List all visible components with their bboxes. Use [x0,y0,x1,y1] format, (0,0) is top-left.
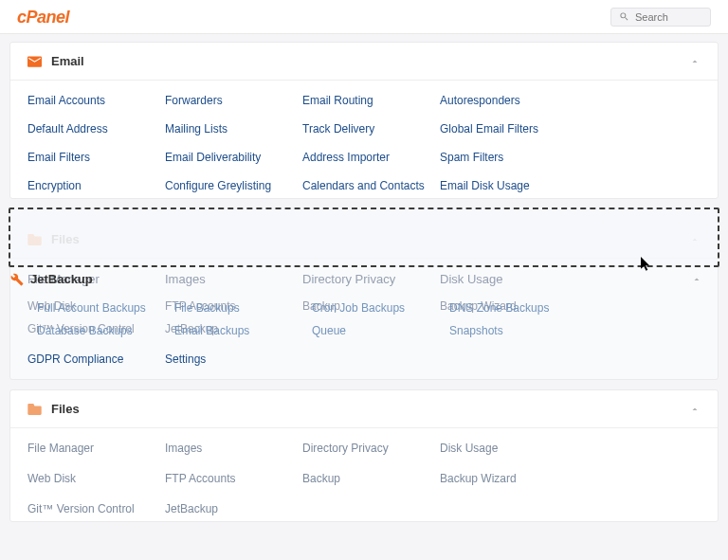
files-panel-header[interactable]: Files [10,390,718,428]
search-input[interactable] [635,11,701,23]
jetbackup-sub[interactable]: Snapshots [449,324,587,337]
files-item[interactable]: Directory Privacy [302,442,440,455]
email-body: Email Accounts Forwarders Email Routing … [10,81,718,198]
jetbackup-sub[interactable]: Database Backups [37,324,174,337]
files-item[interactable]: Git™ Version Control [27,502,165,515]
jetbackup-title[interactable]: JetBackup [30,272,93,286]
chevron-up-icon [689,234,701,245]
email-panel: Email Email Accounts Forwarders Email Ro… [9,42,719,199]
jetbackup-sub[interactable]: File Backups [174,301,312,315]
files-drag-body: File Manager JetBackup Images Directory … [10,259,718,379]
cpanel-logo[interactable]: cPanel [17,9,83,26]
jetbackup-sub[interactable]: Queue [312,324,449,337]
email-item[interactable]: Global Email Filters [440,122,577,135]
files-drag-header[interactable]: Files [10,209,718,259]
chevron-up-icon [689,56,701,67]
email-item[interactable]: Calendars and Contacts [302,179,440,192]
folder-icon [27,404,42,415]
gdpr-link[interactable]: GDPR Compliance [27,352,165,366]
email-title: Email [51,54,689,68]
files-item[interactable]: FTP Accounts [165,472,302,485]
files-item[interactable]: JetBackup [165,502,302,515]
jetbackup-sub[interactable]: DNS Zone Backups [449,301,587,315]
email-item[interactable]: Forwarders [165,94,302,107]
files-drag-item[interactable]: Directory Privacy [302,272,440,286]
svg-text:cPanel: cPanel [17,9,71,26]
email-item[interactable]: Address Importer [302,151,440,164]
files-drag-item[interactable]: Images [165,272,302,286]
email-item[interactable]: Encryption [27,179,165,192]
jetbackup-sub[interactable]: Cron Job Backups [312,301,449,315]
files-item[interactable]: File Manager [27,442,165,455]
jetbackup-sub[interactable]: Email Backups [174,324,312,337]
email-item[interactable]: Email Filters [27,151,165,164]
files-item[interactable]: Web Disk [27,472,165,485]
email-item[interactable]: Email Disk Usage [440,179,577,192]
email-item[interactable]: Email Accounts [27,94,165,107]
files-title: Files [51,402,689,416]
email-panel-header[interactable]: Email [10,43,718,81]
files-item[interactable]: Images [165,442,302,455]
email-icon [27,56,42,67]
search-icon [619,11,629,22]
files-item[interactable]: Backup [302,472,440,485]
mouse-cursor-icon [641,257,651,271]
search-box[interactable] [610,8,711,27]
email-item[interactable]: Track Delivery [302,122,440,135]
email-item[interactable]: Email Deliverability [165,151,302,164]
email-item[interactable]: Configure Greylisting [165,179,302,192]
email-item[interactable]: Spam Filters [440,151,577,164]
files-panel: Files File Manager Images Directory Priv… [9,389,719,522]
chevron-up-icon [689,404,701,415]
tools-icon [10,273,24,286]
files-item[interactable]: Disk Usage [440,442,577,455]
settings-link[interactable]: Settings [165,352,302,366]
email-item[interactable]: Email Routing [302,94,440,107]
files-drag-title: Files [51,232,689,246]
folder-icon [27,234,42,245]
top-header: cPanel [0,0,728,34]
email-item[interactable]: Mailing Lists [165,122,302,135]
email-item[interactable]: Default Address [27,122,165,135]
files-drag-panel: Files File Manager JetBackup Images Dire… [9,208,719,380]
files-body: File Manager Images Directory Privacy Di… [10,428,718,521]
main-content: Email Email Accounts Forwarders Email Ro… [0,34,728,543]
email-item[interactable]: Autoresponders [440,94,577,107]
chevron-up-icon [691,274,702,285]
files-drag-item[interactable]: Disk Usage [440,272,577,286]
files-item[interactable]: Backup Wizard [440,472,577,485]
jetbackup-sub[interactable]: Full Account Backups [37,301,174,315]
